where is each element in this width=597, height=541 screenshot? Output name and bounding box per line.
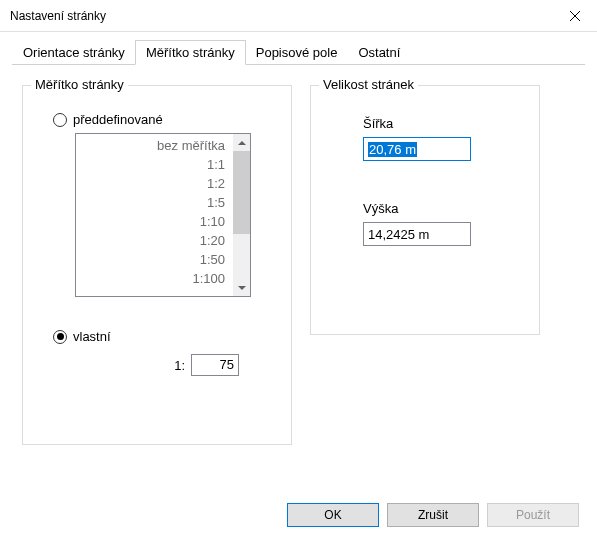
titlebar: Nastavení stránky <box>0 0 597 32</box>
scale-fieldset: Měřítko stránky předdefinované bez měřít… <box>22 85 292 445</box>
radio-predefined-label: předdefinované <box>73 112 163 127</box>
radio-custom[interactable] <box>53 330 67 344</box>
scrollbar[interactable] <box>233 134 250 296</box>
height-label: Výška <box>363 201 523 216</box>
ok-button[interactable]: OK <box>287 503 379 527</box>
scale-list-items[interactable]: bez měřítka 1:1 1:2 1:5 1:10 1:20 1:50 1… <box>76 134 233 296</box>
list-item[interactable]: 1:100 <box>78 269 227 288</box>
custom-scale-input[interactable]: 75 <box>191 354 239 376</box>
scroll-track[interactable] <box>233 151 250 279</box>
dialog-buttons: OK Zrušit Použít <box>287 503 579 527</box>
window-title: Nastavení stránky <box>10 9 552 23</box>
custom-scale-prefix: 1: <box>174 358 185 373</box>
list-item[interactable]: 1:50 <box>78 250 227 269</box>
width-input[interactable]: 20,76 m <box>363 137 471 161</box>
list-item[interactable]: 1:2 <box>78 174 227 193</box>
tab-other[interactable]: Ostatní <box>347 40 411 64</box>
list-item[interactable]: 1:5 <box>78 193 227 212</box>
chevron-down-icon <box>238 286 246 290</box>
cancel-button[interactable]: Zrušit <box>387 503 479 527</box>
dialog-window: Nastavení stránky Orientace stránky Měří… <box>0 0 597 541</box>
apply-button: Použít <box>487 503 579 527</box>
width-value: 20,76 m <box>368 142 417 157</box>
radio-predefined[interactable] <box>53 113 67 127</box>
radio-custom-row[interactable]: vlastní <box>53 329 275 344</box>
tab-orientation[interactable]: Orientace stránky <box>12 40 136 64</box>
height-value: 14,2425 m <box>368 227 429 242</box>
list-item[interactable]: 1:1 <box>78 155 227 174</box>
scroll-thumb[interactable] <box>233 151 250 234</box>
content-area: Měřítko stránky předdefinované bez měřít… <box>0 65 597 445</box>
tab-titleblock[interactable]: Popisové pole <box>245 40 349 64</box>
custom-scale-row: 1: 75 <box>39 354 239 376</box>
close-icon <box>570 11 580 21</box>
height-input[interactable]: 14,2425 m <box>363 222 471 246</box>
tab-strip: Orientace stránky Měřítko stránky Popiso… <box>0 32 597 64</box>
scale-listbox[interactable]: bez měřítka 1:1 1:2 1:5 1:10 1:20 1:50 1… <box>75 133 251 297</box>
list-item[interactable]: bez měřítka <box>78 136 227 155</box>
width-label: Šířka <box>363 116 523 131</box>
list-item[interactable]: 1:10 <box>78 212 227 231</box>
size-fieldset: Velikost stránek Šířka 20,76 m Výška 14,… <box>310 85 540 335</box>
list-item[interactable]: 1:20 <box>78 231 227 250</box>
radio-predefined-row[interactable]: předdefinované <box>53 112 275 127</box>
scroll-down-button[interactable] <box>233 279 250 296</box>
tab-scale[interactable]: Měřítko stránky <box>135 40 246 65</box>
size-legend: Velikost stránek <box>319 77 418 92</box>
chevron-up-icon <box>238 141 246 145</box>
close-button[interactable] <box>552 1 597 31</box>
radio-custom-label: vlastní <box>73 329 111 344</box>
scale-legend: Měřítko stránky <box>31 77 128 92</box>
scroll-up-button[interactable] <box>233 134 250 151</box>
